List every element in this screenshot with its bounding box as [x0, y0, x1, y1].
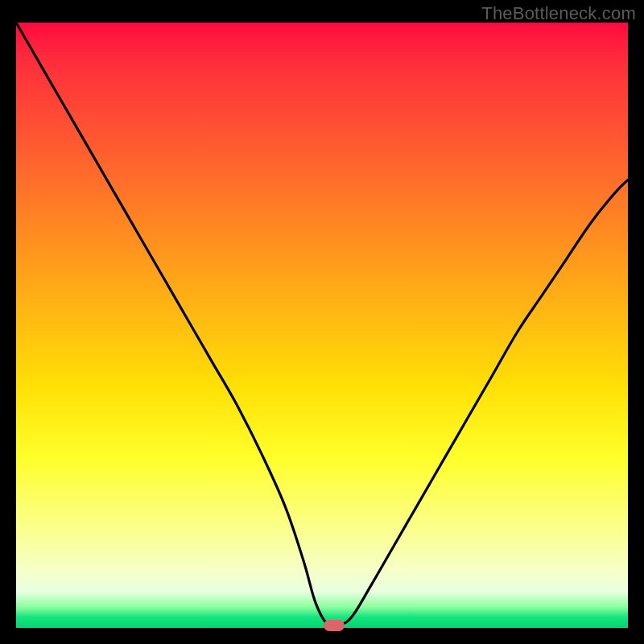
chart-frame: TheBottleneck.com [0, 0, 644, 644]
bottleneck-curve [16, 23, 628, 628]
sweet-spot-marker [324, 620, 345, 631]
plot-area [16, 23, 628, 628]
bottleneck-curve-path [16, 23, 628, 627]
watermark-text: TheBottleneck.com [481, 3, 636, 24]
